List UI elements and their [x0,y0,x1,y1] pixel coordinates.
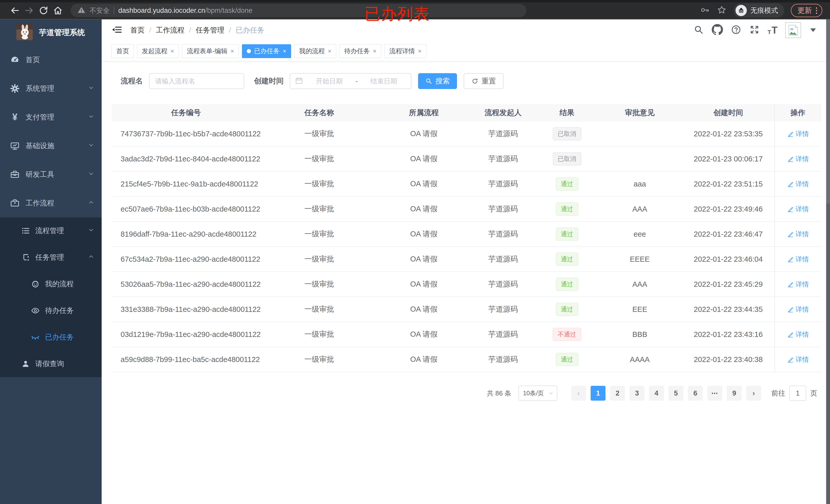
tab-my-process[interactable]: 我的流程× [294,44,336,58]
goto-page-input[interactable] [789,385,806,401]
col-task-id: 任务编号 [111,108,261,118]
total-count: 共 86 条 [487,389,511,398]
chevron-up-icon [88,253,94,262]
sidebar-item-devtools[interactable]: 研发工具 [0,160,102,189]
detail-link[interactable]: 详情 [787,255,809,264]
breadcrumb-workflow[interactable]: 工作流程 [156,25,185,35]
page-button-9[interactable]: 9 [727,386,742,401]
prev-page-button[interactable]: ‹ [571,386,586,401]
close-icon[interactable]: × [373,47,376,55]
browser-forward-icon[interactable] [22,3,36,18]
result-badge: 通过 [556,353,578,366]
table-row: 331e3388-7b9a-11ec-a290-acde48001122 一级审… [111,297,821,322]
chevron-up-icon [88,199,94,207]
close-icon[interactable]: × [283,47,286,55]
page-size-select[interactable]: 10条/页 [518,385,557,401]
result-badge: 已取消 [553,127,581,140]
breadcrumb-task-mgmt[interactable]: 任务管理 [196,25,225,35]
update-button[interactable]: 更新 [791,4,822,17]
sidebar-item-home[interactable]: 首页 [0,45,102,74]
chevron-down-icon [88,113,94,122]
not-secure-warning-icon [77,6,86,15]
github-icon[interactable] [712,24,723,36]
tab-process-detail[interactable]: 流程详情× [384,44,426,58]
browser-back-icon[interactable] [8,3,22,18]
app-logo-row: 芋道管理系统 [0,20,102,45]
sidebar-item-system[interactable]: 系统管理 [0,74,102,103]
sidebar-item-task-mgmt[interactable]: 任务管理 [0,244,102,271]
detail-link[interactable]: 详情 [787,155,809,164]
page-button-5[interactable]: 5 [668,386,683,401]
password-key-icon[interactable] [700,5,710,16]
chevron-down-icon [88,142,94,150]
col-action: 操作 [774,108,821,118]
detail-link[interactable]: 详情 [787,205,809,214]
url-bar[interactable]: 不安全 dashboard.yudao.iocoder.cn/bpm/task/… [71,4,526,17]
detail-link[interactable]: 详情 [787,355,809,364]
hamburger-collapse-icon[interactable] [111,24,123,36]
detail-link[interactable]: 详情 [787,305,809,314]
pagination: 共 86 条 10条/页 ‹ 1 2 3 4 5 6 ••• 9 › 前往 页 [111,385,821,401]
result-badge: 通过 [556,253,578,266]
sidebar-item-workflow[interactable]: 工作流程 [0,189,102,217]
search-icon[interactable] [693,24,704,36]
tab-start-process[interactable]: 发起流程× [137,44,179,58]
page-button-6[interactable]: 6 [688,386,703,401]
date-range-picker[interactable]: 开始日期 - 结束日期 [290,73,411,89]
close-icon[interactable]: × [328,47,331,55]
toolbox-icon [9,169,21,180]
tab-todo-tasks[interactable]: 待办任务× [339,44,381,58]
done-task-table: 任务编号 任务名称 所属流程 流程发起人 结果 审批意见 创建时间 操作 747… [111,104,821,372]
bookmark-star-icon[interactable] [716,5,727,16]
detail-link[interactable]: 详情 [787,330,809,339]
caret-down-icon[interactable] [810,28,816,32]
col-starter: 流程发起人 [470,108,536,118]
face-icon [30,279,41,289]
incognito-badge: 无痕模式 [733,3,784,18]
sidebar-item-todo-tasks[interactable]: 待办任务 [0,297,102,324]
sidebar-item-done-tasks[interactable]: 已办任务 [0,324,102,350]
sidebar-item-my-process[interactable]: 我的流程 [0,271,102,297]
page-button-1[interactable]: 1 [590,386,605,401]
browser-home-icon[interactable] [51,3,65,18]
browser-reload-icon[interactable] [36,3,51,18]
next-page-button[interactable]: › [746,386,761,401]
font-size-icon[interactable] [768,25,777,35]
process-name-input[interactable] [149,73,244,89]
result-badge: 通过 [556,277,578,291]
detail-link[interactable]: 详情 [787,230,809,239]
scrollbar-thumb[interactable] [826,20,830,204]
close-icon[interactable]: × [418,47,421,55]
breadcrumb-home[interactable]: 首页 [130,25,145,35]
sidebar-item-pay[interactable]: ¥ 支付管理 [0,103,102,132]
chevron-down-icon [88,170,94,179]
detail-link[interactable]: 详情 [787,179,809,189]
main-area: 首页 / 工作流程 / 任务管理 / 已办任务 [102,20,826,504]
page-button-3[interactable]: 3 [630,386,644,401]
close-icon[interactable]: × [170,47,174,55]
sidebar-item-process-mgmt[interactable]: 流程管理 [0,217,102,244]
tab-done-tasks[interactable]: 已办任务× [242,44,291,58]
more-pages-button[interactable]: ••• [707,386,722,401]
table-row: 03d1219e-7b9a-11ec-a290-acde48001122 一级审… [111,322,821,347]
result-badge: 不通过 [553,328,581,341]
tab-home[interactable]: 首页 [111,44,134,58]
page-button-4[interactable]: 4 [649,386,664,401]
page-scrollbar[interactable] [826,20,830,504]
browser-menu-icon[interactable] [816,7,817,14]
list-icon [20,226,31,236]
workflow-submenu: 流程管理 任务管理 我的流程 待办任务 [0,217,102,377]
avatar[interactable] [785,22,801,38]
fullscreen-icon[interactable] [749,24,760,36]
reset-button[interactable]: 重置 [464,73,504,89]
detail-link[interactable]: 详情 [787,280,809,289]
detail-link[interactable]: 详情 [787,130,809,138]
sidebar-item-leave-query[interactable]: 请假查询 [0,350,102,377]
search-button[interactable]: 搜索 [418,73,457,89]
close-icon[interactable]: × [230,47,234,55]
help-icon[interactable] [731,24,741,36]
sidebar-item-infra[interactable]: 基础设施 [0,132,102,160]
page-button-2[interactable]: 2 [610,386,625,401]
tab-form-edit[interactable]: 流程表单-编辑× [182,44,239,58]
app-title: 芋道管理系统 [39,27,85,38]
